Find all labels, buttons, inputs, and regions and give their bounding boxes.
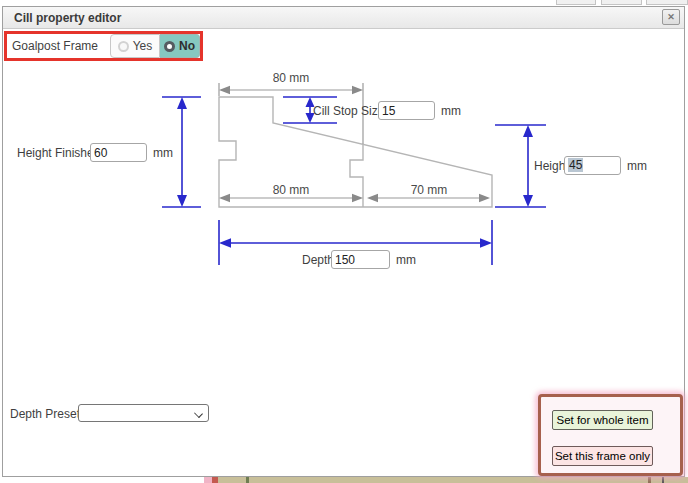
- screen: Cill property editor ✕ Goalpost Frame Ye…: [0, 0, 688, 483]
- dim-bottom-70mm: 70 mm: [398, 183, 460, 197]
- height-input[interactable]: 45: [564, 156, 621, 175]
- height-value-selected: 45: [568, 158, 583, 172]
- set-whole-item-button[interactable]: Set for whole item: [552, 410, 653, 430]
- height-unit: mm: [627, 159, 647, 173]
- depth-unit: mm: [396, 253, 416, 267]
- cill-property-editor-dialog: Cill property editor ✕ Goalpost Frame Ye…: [0, 0, 688, 483]
- height-finished-input[interactable]: [90, 143, 147, 162]
- depth-presets-select[interactable]: [78, 404, 209, 422]
- cill-stop-size-unit: mm: [441, 104, 461, 118]
- height-finished-unit: mm: [153, 146, 173, 160]
- set-frame-only-button[interactable]: Set this frame only: [552, 446, 653, 466]
- depth-label: Depth: [302, 253, 334, 267]
- height-finished-label: Height Finished: [17, 146, 100, 160]
- action-buttons-annotation-box: Set for whole item Set this frame only: [538, 394, 683, 476]
- depth-presets-label: Depth Presets: [10, 407, 86, 421]
- cill-stop-size-input[interactable]: [378, 101, 435, 120]
- dim-bottom-80mm: 80 mm: [260, 183, 322, 197]
- dim-top-80mm: 80 mm: [260, 71, 322, 85]
- chevron-down-icon: [194, 409, 203, 418]
- depth-input[interactable]: [331, 250, 390, 269]
- cill-stop-size-label: Cill Stop Size: [313, 104, 384, 118]
